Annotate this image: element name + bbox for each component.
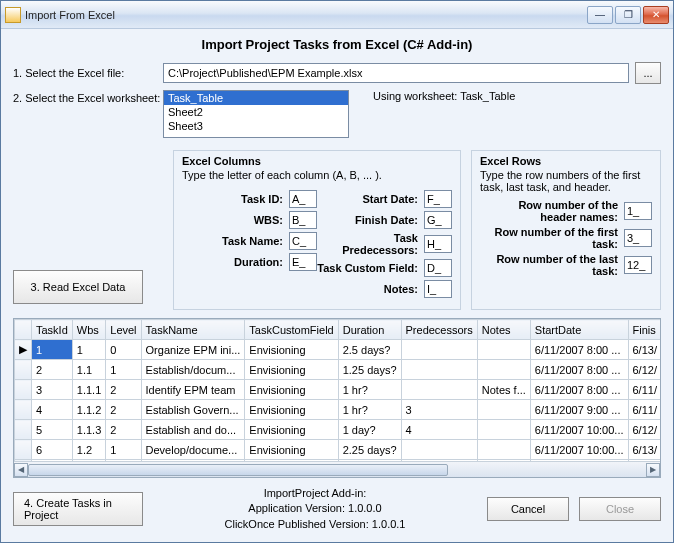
cell[interactable]: 6/11/2007 9:00 ... bbox=[530, 400, 628, 420]
cell[interactable]: Notes f... bbox=[477, 380, 530, 400]
column-input[interactable] bbox=[424, 280, 452, 298]
table-row[interactable]: 41.1.22Establish Govern...Envisioning1 h… bbox=[15, 400, 661, 420]
minimize-button[interactable]: — bbox=[587, 6, 613, 24]
maximize-button[interactable]: ❐ bbox=[615, 6, 641, 24]
row-header[interactable] bbox=[15, 420, 32, 440]
scroll-thumb[interactable] bbox=[28, 464, 448, 476]
cell[interactable]: 1.1.1 bbox=[72, 380, 105, 400]
column-header[interactable]: StartDate bbox=[530, 320, 628, 340]
table-row[interactable]: 61.21Develop/docume...Envisioning2.25 da… bbox=[15, 440, 661, 460]
cell[interactable]: 6 bbox=[32, 440, 73, 460]
cell[interactable] bbox=[401, 360, 477, 380]
cell[interactable]: 2.25 days? bbox=[338, 440, 401, 460]
cell[interactable]: 6/11/ bbox=[628, 400, 660, 420]
cell[interactable]: 2 bbox=[32, 360, 73, 380]
cell[interactable]: 1 bbox=[72, 340, 105, 360]
cell[interactable]: 1 bbox=[106, 440, 141, 460]
cell[interactable]: 6/11/2007 10:00... bbox=[530, 420, 628, 440]
cell[interactable]: 1.1.2 bbox=[72, 400, 105, 420]
cell[interactable]: 2.5 days? bbox=[338, 340, 401, 360]
table-row[interactable]: ▶110Organize EPM ini...Envisioning2.5 da… bbox=[15, 340, 661, 360]
cell[interactable] bbox=[477, 400, 530, 420]
cell[interactable]: 6/11/2007 8:00 ... bbox=[530, 360, 628, 380]
cell[interactable] bbox=[401, 380, 477, 400]
row-header[interactable] bbox=[15, 440, 32, 460]
cell[interactable]: Envisioning bbox=[245, 420, 338, 440]
cell[interactable]: 1.1.3 bbox=[72, 420, 105, 440]
cell[interactable]: 1 hr? bbox=[338, 380, 401, 400]
browse-button[interactable]: ... bbox=[635, 62, 661, 84]
cell[interactable]: 1 hr? bbox=[338, 400, 401, 420]
table-row[interactable]: 51.1.32Establish and do...Envisioning1 d… bbox=[15, 420, 661, 440]
column-header[interactable]: TaskCustomField bbox=[245, 320, 338, 340]
cell[interactable]: 4 bbox=[32, 400, 73, 420]
cell[interactable]: Envisioning bbox=[245, 360, 338, 380]
cell[interactable]: 6/12/ bbox=[628, 420, 660, 440]
column-header[interactable]: Finis bbox=[628, 320, 660, 340]
row-header[interactable] bbox=[15, 400, 32, 420]
cell[interactable]: Envisioning bbox=[245, 380, 338, 400]
cell[interactable]: 3 bbox=[32, 380, 73, 400]
cell[interactable]: 1 bbox=[106, 360, 141, 380]
row-input[interactable] bbox=[624, 202, 652, 220]
cell[interactable]: 1 bbox=[32, 340, 73, 360]
cell[interactable]: 1 day? bbox=[338, 420, 401, 440]
column-input[interactable] bbox=[289, 232, 317, 250]
column-header[interactable]: Wbs bbox=[72, 320, 105, 340]
cell[interactable] bbox=[401, 440, 477, 460]
cell[interactable]: 6/13/ bbox=[628, 340, 660, 360]
create-tasks-button[interactable]: 4. Create Tasks in Project bbox=[13, 492, 143, 526]
column-input[interactable] bbox=[424, 190, 452, 208]
cell[interactable]: 6/12/ bbox=[628, 360, 660, 380]
cell[interactable]: Develop/docume... bbox=[141, 440, 245, 460]
cell[interactable]: 1.25 days? bbox=[338, 360, 401, 380]
read-excel-data-button[interactable]: 3. Read Excel Data bbox=[13, 270, 143, 304]
column-input[interactable] bbox=[424, 211, 452, 229]
cell[interactable] bbox=[477, 420, 530, 440]
cell[interactable]: 4 bbox=[401, 420, 477, 440]
column-input[interactable] bbox=[289, 190, 317, 208]
cell[interactable]: 5 bbox=[32, 420, 73, 440]
row-header[interactable] bbox=[15, 360, 32, 380]
cell[interactable]: 3 bbox=[401, 400, 477, 420]
column-input[interactable] bbox=[424, 235, 452, 253]
row-header[interactable]: ▶ bbox=[15, 340, 32, 360]
cell[interactable]: 1.2 bbox=[72, 440, 105, 460]
cell[interactable]: 2 bbox=[106, 380, 141, 400]
cell[interactable]: 1.1 bbox=[72, 360, 105, 380]
column-header[interactable]: TaskId bbox=[32, 320, 73, 340]
column-input[interactable] bbox=[289, 211, 317, 229]
cell[interactable]: 0 bbox=[106, 340, 141, 360]
cell[interactable]: 2 bbox=[106, 400, 141, 420]
cell[interactable]: 6/11/2007 10:00... bbox=[530, 440, 628, 460]
worksheet-item[interactable]: Sheet3 bbox=[164, 119, 348, 133]
data-grid[interactable]: TaskIdWbsLevelTaskNameTaskCustomFieldDur… bbox=[13, 318, 661, 478]
table-row[interactable]: 21.11Establish/docum...Envisioning1.25 d… bbox=[15, 360, 661, 380]
worksheet-listbox[interactable]: Task_Table Sheet2 Sheet3 bbox=[163, 90, 349, 138]
column-input[interactable] bbox=[424, 259, 452, 277]
column-header[interactable]: Predecessors bbox=[401, 320, 477, 340]
cell[interactable]: 6/11/2007 8:00 ... bbox=[530, 380, 628, 400]
worksheet-item[interactable]: Task_Table bbox=[164, 91, 348, 105]
row-header[interactable] bbox=[15, 380, 32, 400]
cell[interactable] bbox=[477, 360, 530, 380]
cell[interactable]: Identify EPM team bbox=[141, 380, 245, 400]
column-header[interactable] bbox=[15, 320, 32, 340]
column-input[interactable] bbox=[289, 253, 317, 271]
horizontal-scrollbar[interactable]: ◀ ▶ bbox=[14, 461, 660, 477]
worksheet-item[interactable]: Sheet2 bbox=[164, 105, 348, 119]
column-header[interactable]: Duration bbox=[338, 320, 401, 340]
scroll-left-icon[interactable]: ◀ bbox=[14, 463, 28, 477]
excel-path-input[interactable] bbox=[163, 63, 629, 83]
table-row[interactable]: 31.1.12Identify EPM teamEnvisioning1 hr?… bbox=[15, 380, 661, 400]
cell[interactable]: 6/11/ bbox=[628, 380, 660, 400]
cell[interactable]: Organize EPM ini... bbox=[141, 340, 245, 360]
column-header[interactable]: TaskName bbox=[141, 320, 245, 340]
cell[interactable] bbox=[477, 440, 530, 460]
cell[interactable]: Envisioning bbox=[245, 340, 338, 360]
cell[interactable]: 6/13/ bbox=[628, 440, 660, 460]
cell[interactable]: Establish and do... bbox=[141, 420, 245, 440]
cell[interactable]: 6/11/2007 8:00 ... bbox=[530, 340, 628, 360]
close-window-button[interactable]: ✕ bbox=[643, 6, 669, 24]
cell[interactable]: Envisioning bbox=[245, 400, 338, 420]
